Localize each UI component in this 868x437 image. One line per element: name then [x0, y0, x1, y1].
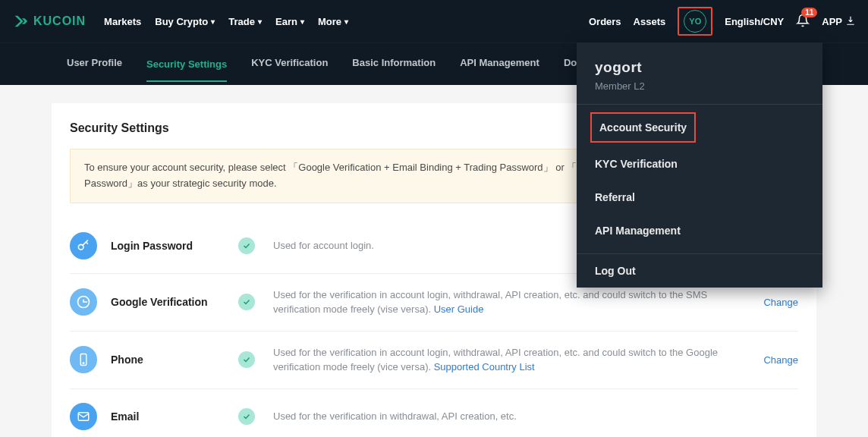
primary-nav: Markets Buy Crypto▾ Trade▾ Earn▾ More▾: [104, 16, 348, 27]
download-icon: [845, 15, 856, 28]
dropdown-logout[interactable]: Log Out: [577, 254, 822, 288]
dropdown-referral[interactable]: Referral: [577, 181, 822, 214]
email-icon: [70, 403, 97, 430]
dropdown-kyc-verification[interactable]: KYC Verification: [577, 147, 822, 181]
brand-name: KUCOIN: [33, 14, 86, 28]
nav-earn[interactable]: Earn▾: [275, 16, 304, 27]
nav-trade[interactable]: Trade▾: [228, 16, 262, 27]
row-label: Phone: [111, 354, 225, 366]
nav-app[interactable]: APP: [822, 15, 856, 28]
row-desc: Used for the verification in withdrawal,…: [273, 409, 798, 424]
subnav-user-profile[interactable]: User Profile: [67, 57, 122, 71]
check-icon: [238, 294, 255, 310]
nav-buy-crypto[interactable]: Buy Crypto▾: [155, 16, 215, 27]
subnav-security-settings[interactable]: Security Settings: [146, 58, 227, 82]
chevron-down-icon: ▾: [300, 17, 304, 26]
dropdown-username: yogort: [595, 59, 804, 76]
nav-assets[interactable]: Assets: [634, 16, 666, 27]
change-button[interactable]: Change: [763, 354, 798, 366]
brand-logo[interactable]: KUCOIN: [12, 13, 86, 30]
chevron-down-icon: ▾: [211, 17, 215, 26]
highlight-avatar: YO: [678, 7, 712, 36]
dropdown-member-level: Member L2: [595, 80, 804, 92]
check-icon: [238, 351, 255, 368]
row-email: Email Used for the verification in withd…: [70, 389, 798, 437]
row-label: Email: [111, 410, 225, 423]
row-desc: Used for the verification in account log…: [273, 288, 750, 317]
svg-point-3: [83, 363, 84, 364]
svg-point-0: [78, 244, 83, 250]
check-icon: [238, 408, 255, 425]
key-icon: [70, 232, 97, 259]
nav-language[interactable]: English/CNY: [725, 16, 784, 27]
kucoin-logo-icon: [12, 13, 29, 30]
row-desc: Used for the verification in account log…: [273, 345, 750, 375]
change-button[interactable]: Change: [763, 297, 798, 308]
subnav-api-management[interactable]: API Management: [460, 57, 539, 71]
avatar[interactable]: YO: [684, 10, 706, 33]
notification-count: 11: [801, 8, 817, 17]
topbar: KUCOIN Markets Buy Crypto▾ Trade▾ Earn▾ …: [0, 0, 868, 42]
account-dropdown: yogort Member L2 Account Security KYC Ve…: [577, 42, 822, 288]
check-icon: [238, 237, 255, 254]
google-icon: [70, 288, 97, 316]
phone-icon: [70, 346, 97, 373]
user-guide-link[interactable]: User Guide: [434, 303, 484, 315]
row-phone: Phone Used for the verification in accou…: [70, 332, 798, 389]
subnav-basic-information[interactable]: Basic Information: [352, 57, 436, 71]
notifications-button[interactable]: 11: [796, 14, 810, 30]
dropdown-account-security[interactable]: Account Security: [590, 112, 696, 143]
subnav-kyc-verification[interactable]: KYC Verification: [251, 57, 328, 71]
row-label: Login Password: [111, 240, 225, 252]
nav-markets[interactable]: Markets: [104, 16, 141, 27]
dropdown-header: yogort Member L2: [577, 42, 822, 105]
nav-orders[interactable]: Orders: [589, 16, 621, 27]
nav-more[interactable]: More▾: [318, 16, 348, 27]
row-label: Google Verification: [111, 296, 225, 308]
dropdown-api-management[interactable]: API Management: [577, 214, 822, 247]
chevron-down-icon: ▾: [344, 17, 348, 26]
supported-country-link[interactable]: Supported Country List: [434, 361, 535, 373]
chevron-down-icon: ▾: [258, 17, 262, 26]
right-nav: Orders Assets YO English/CNY 11 APP: [589, 7, 856, 36]
